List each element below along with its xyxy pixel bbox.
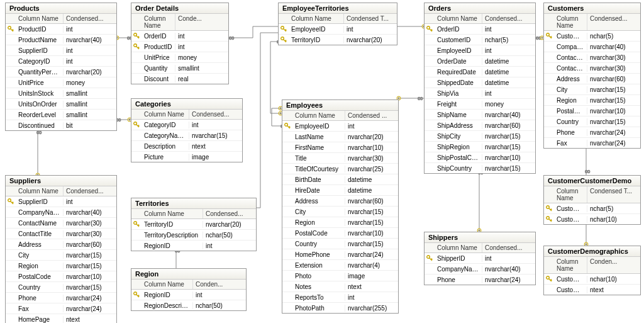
column-row[interactable]: Quantitysmallint [131,63,228,74]
column-row[interactable]: RequiredDatedatetime [425,67,535,77]
table-title[interactable]: Region [131,269,246,280]
column-row[interactable]: ContactTitlenvarchar(30) [6,229,116,239]
table-title[interactable]: Shippers [425,232,535,243]
column-row[interactable]: EmployeeIDint [425,45,535,56]
column-row[interactable]: EmployeeIDint [282,121,398,132]
column-row[interactable]: ShippedDatedatetime [425,77,535,88]
column-row[interactable]: Countrynvarchar(15) [282,239,398,249]
table-products[interactable]: ProductsColumn NameCondensed...ProductID… [5,3,117,131]
table-customer-demographics[interactable]: CustomerDemographicsColumn NameConden...… [543,246,641,295]
column-row[interactable]: Countrynvarchar(15) [6,282,116,293]
column-row[interactable]: Customer...nchar(10) [544,214,640,224]
column-row[interactable]: CustomerDescntext [544,285,640,295]
column-row[interactable]: CustomerIDnchar(5) [425,35,535,45]
column-row[interactable]: ProductNamenvarchar(40) [6,35,116,45]
column-row[interactable]: OrderIDint [131,31,228,42]
column-row[interactable]: PhotoPathnvarchar(255) [282,303,398,313]
table-customer-customer-demo[interactable]: CustomerCustomerDemoColumn NameCondensed… [543,175,641,225]
column-row[interactable]: RegionIDint [131,241,256,251]
column-row[interactable]: EmployeeIDint [279,24,397,35]
column-row[interactable]: SupplierIDint [6,45,116,56]
column-row[interactable]: Notesntext [282,281,398,292]
column-row[interactable]: Phonenvarchar(24) [544,127,640,138]
column-row[interactable]: PostalCodenvarchar(10) [282,228,398,239]
column-row[interactable]: RegionIDint [131,290,246,300]
table-title[interactable]: Order Details [131,3,228,14]
table-title[interactable]: Employees [282,100,398,111]
column-row[interactable]: ShipperIDint [425,253,535,264]
table-categories[interactable]: CategoriesColumn NameCondensed...Categor… [131,98,243,162]
column-row[interactable]: Discountreal [131,74,228,84]
column-row[interactable]: ProductIDint [131,42,228,52]
column-row[interactable]: CustomerTypeIDnchar(10) [544,274,640,285]
table-territories[interactable]: TerritoriesColumn NameCondensed...Territ… [131,198,257,251]
column-row[interactable]: ShipRegionnvarchar(15) [425,142,535,152]
column-row[interactable]: Discontinuedbit [6,120,116,130]
column-row[interactable]: Regionnvarchar(15) [6,261,116,271]
table-title[interactable]: Products [6,3,116,14]
column-row[interactable]: PostalCodenvarchar(10) [544,106,640,116]
column-row[interactable]: Photoimage [282,271,398,281]
column-row[interactable]: Addressnvarchar(60) [282,196,398,207]
table-title[interactable]: Customers [544,3,640,14]
column-row[interactable]: CategoryIDint [6,56,116,67]
column-row[interactable]: Citynvarchar(15) [6,250,116,261]
table-orders[interactable]: OrdersColumn NameCondensed...OrderIDintC… [424,3,536,174]
column-row[interactable]: Regionnvarchar(15) [544,95,640,106]
column-row[interactable]: CompanyNamenvarchar(40) [544,42,640,52]
column-row[interactable]: HomePagentext [6,314,116,323]
column-row[interactable]: ShipNamenvarchar(40) [425,110,535,120]
table-title[interactable]: Suppliers [6,176,116,186]
column-row[interactable]: Faxnvarchar(24) [544,138,640,148]
column-row[interactable]: HireDatedatetime [282,185,398,196]
column-row[interactable]: UnitPricemoney [6,77,116,88]
column-row[interactable]: UnitsOnOrdersmallint [6,99,116,110]
table-title[interactable]: Orders [425,3,535,14]
column-row[interactable]: ReorderLevelsmallint [6,110,116,120]
column-row[interactable]: UnitPricemoney [131,52,228,63]
table-title[interactable]: CustomerDemographics [544,246,640,257]
table-suppliers[interactable]: SuppliersColumn NameCondensed...Supplier… [5,175,117,323]
column-row[interactable]: ShipViaint [425,88,535,99]
column-row[interactable]: QuantityPerUnitnvarchar(20) [6,67,116,77]
column-row[interactable]: RegionDescriptionnchar(50) [131,300,246,310]
column-row[interactable]: ShipCitynvarchar(15) [425,131,535,142]
column-row[interactable]: CompanyNamenvarchar(40) [425,264,535,275]
column-row[interactable]: Faxnvarchar(24) [6,303,116,314]
column-row[interactable]: ShipAddressnvarchar(60) [425,120,535,131]
column-row[interactable]: ContactNamenvarchar(30) [544,52,640,63]
column-row[interactable]: Freightmoney [425,99,535,110]
column-row[interactable]: BirthDatedatetime [282,174,398,185]
table-region[interactable]: RegionColumn NameConden...RegionIDintReg… [131,268,247,311]
column-row[interactable]: Citynvarchar(15) [544,84,640,95]
column-row[interactable]: TerritoryIDnvarchar(20) [131,219,256,230]
column-row[interactable]: CompanyNamenvarchar(40) [6,207,116,218]
table-employees[interactable]: EmployeesColumn NameCondensed ...Employe… [282,99,399,314]
column-row[interactable]: ShipPostalCodenvarchar(10) [425,152,535,163]
table-shippers[interactable]: ShippersColumn NameCondensed...ShipperID… [424,232,536,285]
table-customers[interactable]: CustomersColumn NameCondensed...Customer… [543,3,641,149]
column-row[interactable]: PostalCodenvarchar(10) [6,271,116,282]
column-row[interactable]: Addressnvarchar(60) [544,74,640,84]
column-row[interactable]: Phonenvarchar(24) [425,275,535,285]
column-row[interactable]: OrderIDint [425,24,535,35]
column-row[interactable]: Extensionnvarchar(4) [282,260,398,271]
column-row[interactable]: TerritoryIDnvarchar(20) [279,35,397,45]
column-row[interactable]: Addressnvarchar(60) [6,239,116,250]
table-title[interactable]: Categories [131,99,242,110]
column-row[interactable]: CustomerIDnchar(5) [544,31,640,42]
column-row[interactable]: Titlenvarchar(30) [282,153,398,164]
table-title[interactable]: CustomerCustomerDemo [544,176,640,186]
column-row[interactable]: Countrynvarchar(15) [544,116,640,127]
column-row[interactable]: Pictureimage [131,152,242,162]
table-title[interactable]: EmployeeTerritories [279,3,397,14]
column-row[interactable]: CustomerIDnchar(5) [544,203,640,214]
column-row[interactable]: CategoryIDint [131,120,242,130]
column-row[interactable]: ContactTitlenvarchar(30) [544,63,640,74]
table-order-details[interactable]: Order DetailsColumn NameConde...OrderIDi… [131,3,229,84]
column-row[interactable]: ReportsToint [282,292,398,303]
column-row[interactable]: TerritoryDescriptionnchar(50) [131,230,256,241]
column-row[interactable]: LastNamenvarchar(20) [282,132,398,142]
table-employee-territories[interactable]: EmployeeTerritoriesColumn NameCondensed … [278,3,397,45]
column-row[interactable]: FirstNamenvarchar(10) [282,142,398,153]
